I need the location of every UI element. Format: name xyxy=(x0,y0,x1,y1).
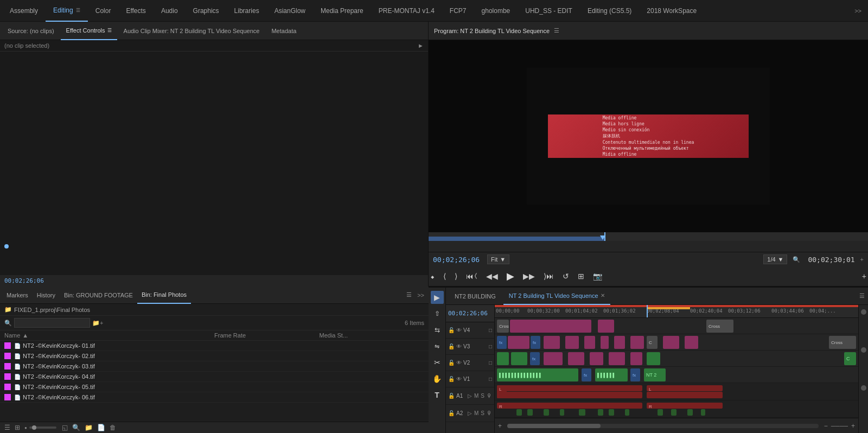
tab-markers[interactable]: Markers xyxy=(2,286,33,304)
list-item[interactable]: 📄 NT2 -©KevinKorczyk- 05.tif xyxy=(0,382,429,392)
audio-a2-green3[interactable] xyxy=(544,409,549,416)
a1-mic-icon[interactable]: 🎙 xyxy=(487,393,492,399)
audio-a2-green8[interactable] xyxy=(625,409,629,416)
search-bin-button[interactable]: 🔍 xyxy=(72,424,80,431)
audio-a2-green6[interactable] xyxy=(598,409,603,416)
hand-tool-button[interactable]: ✋ xyxy=(431,372,444,385)
a1-mute-icon[interactable]: M xyxy=(474,393,478,399)
text-tool-button[interactable]: T xyxy=(431,389,444,402)
timeline-ruler[interactable]: 00;00;00 00;00;32;00 00;01;04;02 00;01;3… xyxy=(495,305,858,318)
tab-metadata[interactable]: Metadata xyxy=(266,22,302,40)
clip-v1-green1[interactable]: ▌▌▌▌▌▌▌▌▌▌▌▌▌▌ xyxy=(497,368,578,381)
nav-expand-button[interactable]: >> xyxy=(850,8,866,14)
clip-v3-9[interactable] xyxy=(685,336,698,349)
a1-expand-icon[interactable]: ▷ xyxy=(468,393,472,399)
audio-a2-right-left[interactable]: R xyxy=(647,403,723,409)
clip-v2-pink4[interactable] xyxy=(609,352,625,365)
step-forward-button[interactable]: ▶▶ xyxy=(521,270,537,282)
clip-v1-fx2[interactable]: fx xyxy=(630,368,640,381)
timeline-add-tracks-button[interactable]: + xyxy=(498,422,502,430)
zoom-slider[interactable]: ● xyxy=(24,425,56,430)
export-frame-button[interactable]: 📷 xyxy=(591,270,604,282)
track-lock-a2[interactable]: 🔓 xyxy=(448,410,455,416)
loop-button[interactable]: ↺ xyxy=(561,270,571,282)
tab-source[interactable]: Source: (no clips) xyxy=(2,22,60,40)
audio-a2-green7[interactable] xyxy=(609,409,614,416)
clip-v3-fx1[interactable]: fx xyxy=(497,336,507,349)
track-output-v2[interactable]: □ xyxy=(489,360,492,366)
new-bin-button[interactable]: 📁 xyxy=(85,424,93,431)
clip-v4-1[interactable] xyxy=(510,320,591,333)
clip-v4-cross2[interactable]: Cross xyxy=(706,320,733,333)
audio-a1-main-right[interactable] xyxy=(497,392,642,398)
clip-v3-7[interactable] xyxy=(630,336,644,349)
track-output-v1[interactable]: □ xyxy=(489,376,492,382)
a2-solo-icon[interactable]: S xyxy=(481,410,484,416)
program-scrubber-ruler[interactable] xyxy=(429,232,868,241)
track-output-v3[interactable]: □ xyxy=(489,343,492,349)
tab-audio-clip-mixer[interactable]: Audio Clip Mixer: NT 2 Building TL Video… xyxy=(118,22,265,40)
tab-history[interactable]: History xyxy=(33,286,60,304)
audio-a2-right-green4[interactable] xyxy=(701,409,705,416)
track-output-v4[interactable]: □ xyxy=(489,327,492,333)
timeline-zoom-slider[interactable]: ──── xyxy=(831,423,848,429)
nav-tab-uhd[interactable]: UHD_SS - EDIT xyxy=(518,0,580,22)
track-lock-v2[interactable]: 🔓 xyxy=(448,360,455,366)
tab-bin-final-photos[interactable]: Bin: Final Photos xyxy=(137,286,191,304)
safe-margins-button[interactable]: ⊞ xyxy=(576,270,586,282)
edge-knob-2[interactable] xyxy=(861,347,866,353)
clip-v1-fx1[interactable]: fx xyxy=(582,368,591,381)
program-monitor-menu-icon[interactable]: ☰ xyxy=(554,27,559,34)
clip-v2-fx[interactable]: fx xyxy=(530,352,540,365)
program-playhead-handle[interactable] xyxy=(600,235,605,240)
track-lane-a2[interactable]: R R xyxy=(495,400,858,418)
clip-v3-8[interactable] xyxy=(663,336,679,349)
a2-expand-icon[interactable]: ▷ xyxy=(468,410,472,416)
mark-out-button[interactable]: ⟩ xyxy=(453,270,459,282)
track-lock-a1[interactable]: 🔓 xyxy=(448,393,455,399)
tab-effect-controls[interactable]: Effect Controls ☰ xyxy=(61,22,117,40)
audio-a2-green2[interactable] xyxy=(527,409,533,416)
quality-dropdown[interactable]: 1/4 ▼ xyxy=(763,254,787,264)
nav-tab-audio[interactable]: Audio xyxy=(154,0,186,22)
a2-mic-icon[interactable]: 🎙 xyxy=(487,410,492,416)
nav-tab-assembly[interactable]: Assembly xyxy=(2,0,46,22)
nav-tab-effects[interactable]: Effects xyxy=(118,0,153,22)
col-framerate-header[interactable]: Frame Rate xyxy=(214,332,320,339)
nav-tab-editing[interactable]: Editing ☰ xyxy=(46,0,88,22)
list-view-button[interactable]: ☰ xyxy=(4,424,10,431)
audio-a2-green4[interactable] xyxy=(560,409,564,416)
tab-nt2building[interactable]: NT2 BUILDING xyxy=(449,288,501,305)
clip-v3-1[interactable] xyxy=(508,336,529,349)
track-lane-v2[interactable]: fx C xyxy=(495,351,858,367)
list-item[interactable]: 📄 NT2 -©KevinKorczyk- 02.tif xyxy=(0,351,429,361)
clip-v2-pink2[interactable] xyxy=(568,352,584,365)
go-to-out-button[interactable]: ⟩⏭ xyxy=(542,270,556,282)
list-item[interactable]: 📄 NT2 -©KevinKorczyk- 06.tif xyxy=(0,392,429,403)
nav-tab-2018workspace[interactable]: 2018 WorkSpace xyxy=(639,0,704,22)
clip-v2-green2[interactable] xyxy=(511,352,527,365)
track-lock-v3[interactable]: 🔓 xyxy=(448,343,455,349)
clip-v3-5[interactable] xyxy=(601,336,609,349)
thumbnail-size-button[interactable]: ◱ xyxy=(62,424,68,431)
nav-tab-fcp7[interactable]: FCP7 xyxy=(442,0,474,22)
audio-a2-main-left[interactable]: R xyxy=(497,403,642,409)
program-scroll-handle[interactable] xyxy=(4,244,9,249)
icon-view-button[interactable]: ⊞ xyxy=(15,424,20,431)
timeline-menu-icon[interactable]: ☰ xyxy=(859,292,865,300)
nav-tab-libraries[interactable]: Libraries xyxy=(227,0,267,22)
clip-v3-fx2[interactable]: fx xyxy=(531,336,540,349)
nav-tab-mediaprepare[interactable]: Media Prepare xyxy=(313,0,371,22)
bin-search-input[interactable] xyxy=(14,318,90,328)
audio-a1-main-left[interactable]: L xyxy=(497,385,642,391)
edge-knob-3[interactable] xyxy=(861,385,866,391)
col-mediastart-header[interactable]: Media St... xyxy=(320,332,425,339)
nav-tab-premontaj[interactable]: PRE-MONTAJ v1.4 xyxy=(371,0,442,22)
timeline-scroll-thumb[interactable] xyxy=(507,424,601,428)
audio-a1-right-left[interactable]: L xyxy=(647,385,723,391)
play-button[interactable]: ▶ xyxy=(505,269,516,284)
track-lane-v3[interactable]: fx fx C Cross xyxy=(495,334,858,351)
clip-v3-cross2[interactable]: Cross xyxy=(829,336,856,349)
track-lane-v1[interactable]: ▌▌▌▌▌▌▌▌▌▌▌▌▌▌ fx ▌▌▌▌▌▌ fx NT 2 xyxy=(495,367,858,383)
fit-dropdown[interactable]: Fit ▼ xyxy=(487,254,509,264)
